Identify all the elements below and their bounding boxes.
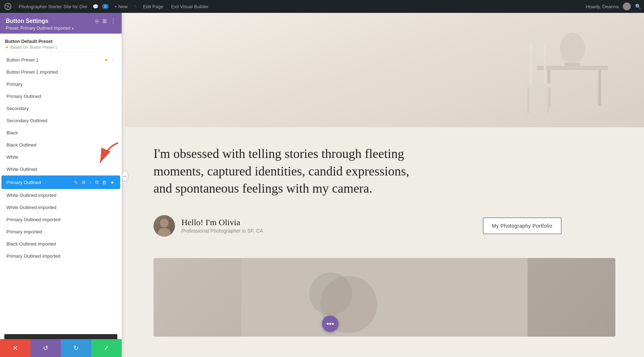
edit-page-btn[interactable]: Edit Page bbox=[141, 3, 165, 10]
svg-rect-3 bbox=[565, 63, 580, 66]
preset-item-button-preset-1-imported[interactable]: Button Preset 1 imported bbox=[1, 66, 120, 78]
preset-item-primary-outlined-imported-2[interactable]: Primary Outlined imported bbox=[1, 250, 120, 262]
bio-name: Hello! I'm Olivia bbox=[181, 218, 263, 227]
resize-circle: ↔ bbox=[122, 171, 128, 181]
preset-item-black[interactable]: Black bbox=[1, 127, 120, 139]
bottom-bar: ✕ ↺ ↻ ✓ bbox=[0, 339, 122, 357]
svg-rect-13 bbox=[547, 88, 550, 113]
preset-item-label: Secondary bbox=[6, 106, 115, 111]
settings-preset-btn[interactable]: ⚙ bbox=[81, 179, 87, 186]
panel-title-icons: ⎘ ⊞ ⋮ bbox=[96, 18, 116, 24]
undo-btn[interactable]: ↺ bbox=[30, 339, 61, 357]
fab-button[interactable]: ••• bbox=[322, 316, 338, 332]
upload-preset-btn[interactable]: ↑ bbox=[89, 179, 93, 186]
preset-item-black-outlined-imported[interactable]: Black Outlined imported bbox=[1, 238, 120, 250]
edit-preset-btn[interactable]: ✎ bbox=[73, 179, 79, 186]
preset-subtitle[interactable]: Preset: Primary Outlined imported ▾ bbox=[6, 26, 116, 31]
preset-item-black-outlined[interactable]: Black Outlined bbox=[1, 139, 120, 151]
more-btn[interactable]: ⋮ bbox=[111, 18, 116, 24]
preset-item-label: White Outlined bbox=[6, 167, 115, 172]
new-btn[interactable]: + New bbox=[112, 3, 130, 10]
duplicate-preset-btn[interactable]: ⧉ bbox=[94, 179, 99, 186]
default-preset-title: Button Default Preset bbox=[5, 39, 57, 44]
admin-bar: Photographer Starter Site for Divi 💬 0 +… bbox=[0, 0, 644, 13]
portfolio-btn[interactable]: My Photography Portfolio bbox=[483, 218, 561, 234]
preset-dropdown-arrow: ▾ bbox=[72, 26, 74, 30]
admin-bar-right: Howdy, Deanna 🔍 bbox=[586, 3, 641, 10]
star-icon: ★ bbox=[104, 57, 108, 63]
based-on-text: Based On: Button Preset 1 bbox=[10, 45, 57, 49]
button-settings-panel: Button Settings ⎘ ⊞ ⋮ Preset: Primary Ou… bbox=[0, 13, 122, 357]
preset-item-primary-outlined[interactable]: Primary Outlined bbox=[1, 90, 120, 102]
preset-item-label: Primary Outlined imported bbox=[6, 253, 115, 259]
bio-title: Professional Photographer in SF, CA bbox=[181, 228, 263, 234]
copy-btn[interactable]: ⎘ bbox=[96, 18, 99, 24]
svg-rect-11 bbox=[526, 84, 551, 88]
based-on-star: ★ bbox=[5, 45, 9, 50]
preset-item-secondary[interactable]: Secondary bbox=[1, 103, 120, 114]
more-icon[interactable]: ⋮ bbox=[111, 57, 115, 63]
svg-point-14 bbox=[160, 219, 169, 227]
save-btn[interactable]: ✓ bbox=[91, 339, 122, 357]
wordpress-logo[interactable] bbox=[3, 1, 13, 11]
close-btn[interactable]: ✕ bbox=[0, 339, 30, 357]
hero-image bbox=[125, 13, 644, 127]
preset-item-label: Black Outlined bbox=[6, 142, 115, 148]
default-preset-item[interactable]: Button Default Preset ★ Based On: Button… bbox=[4, 36, 117, 52]
preset-item-primary[interactable]: Primary bbox=[1, 78, 120, 90]
preset-item-label: Primary bbox=[6, 81, 115, 87]
svg-rect-12 bbox=[527, 88, 530, 113]
preset-item-secondary-outlined[interactable]: Secondary Outlined bbox=[1, 115, 120, 127]
main-content: I'm obsessed with telling stories throug… bbox=[125, 13, 644, 357]
user-avatar bbox=[623, 3, 631, 10]
preset-item-primary-imported[interactable]: Primary imported bbox=[1, 226, 120, 238]
howdy-text: Howdy, Deanna bbox=[586, 4, 619, 9]
preset-list: Button Preset 1 ★ ⋮ Button Preset 1 impo… bbox=[0, 52, 122, 331]
hero-chair-area bbox=[125, 13, 644, 127]
search-icon[interactable]: 🔍 bbox=[635, 4, 641, 9]
exit-builder-btn[interactable]: Exit Visual Builder bbox=[169, 3, 211, 10]
panel-title-row: Button Settings ⎘ ⊞ ⋮ bbox=[6, 18, 116, 24]
svg-rect-7 bbox=[530, 41, 532, 84]
site-name-btn[interactable]: Photographer Starter Site for Divi bbox=[16, 3, 89, 10]
preset-item-primary-outlined-imported[interactable]: Primary Outlined imported bbox=[1, 214, 120, 225]
star-preset-btn[interactable]: ★ bbox=[109, 179, 115, 186]
preset-item-label: Primary Outlined bbox=[6, 180, 73, 185]
svg-point-2 bbox=[560, 33, 585, 65]
default-preset-section: Button Default Preset ★ Based On: Button… bbox=[0, 34, 122, 52]
bio-left: Hello! I'm Olivia Professional Photograp… bbox=[153, 215, 263, 237]
preset-item-white[interactable]: White bbox=[1, 151, 120, 163]
resize-handle[interactable]: ↔ bbox=[122, 13, 128, 339]
svg-rect-6 bbox=[598, 70, 601, 106]
default-preset-sub: ★ Based On: Button Preset 1 bbox=[5, 45, 57, 50]
fab-icon: ••• bbox=[326, 320, 334, 328]
preset-item-label: Black Outlined imported bbox=[6, 241, 115, 247]
bio-info: Hello! I'm Olivia Professional Photograp… bbox=[181, 218, 263, 234]
admin-bar-left: Photographer Starter Site for Divi 💬 0 +… bbox=[3, 1, 581, 11]
preset-item-white-outlined-imported-2[interactable]: White Outlined imported bbox=[1, 202, 120, 213]
comment-icon: 💬 bbox=[93, 4, 98, 9]
preset-item-white-outlined-imported-1[interactable]: White Outlined imported bbox=[1, 189, 120, 201]
preset-item-label: Primary Outlined imported bbox=[6, 217, 115, 222]
svg-rect-9 bbox=[528, 41, 547, 44]
preset-item-label: Secondary Outlined bbox=[6, 118, 115, 123]
preset-item-label: Button Preset 1 bbox=[6, 57, 104, 63]
svg-rect-16 bbox=[241, 258, 528, 337]
preset-item-label: White Outlined imported bbox=[6, 193, 115, 198]
resize-icon: ↔ bbox=[122, 173, 127, 179]
svg-rect-8 bbox=[544, 41, 546, 84]
preset-item-primary-outlined-active[interactable]: Primary Outlined ✎ ⚙ ↑ ⧉ 🗑 ★ bbox=[1, 175, 120, 189]
redo-btn[interactable]: ↻ bbox=[61, 339, 91, 357]
preset-item-label: Black bbox=[6, 130, 115, 135]
comment-count: 0 bbox=[102, 4, 108, 9]
grid-btn[interactable]: ⊞ bbox=[102, 18, 107, 24]
preset-item-label: White bbox=[6, 154, 115, 160]
preset-item-button-preset-1[interactable]: Button Preset 1 ★ ⋮ bbox=[1, 54, 120, 66]
panel-header: Button Settings ⎘ ⊞ ⋮ Preset: Primary Ou… bbox=[0, 13, 122, 34]
preset-item-label: White Outlined imported bbox=[6, 205, 115, 210]
bio-section: Hello! I'm Olivia Professional Photograp… bbox=[125, 208, 590, 251]
bio-avatar bbox=[153, 215, 175, 237]
preset-subtitle-text: Preset: Primary Outlined imported bbox=[6, 26, 70, 31]
preset-item-white-outlined[interactable]: White Outlined bbox=[1, 163, 120, 175]
delete-preset-btn[interactable]: 🗑 bbox=[101, 179, 107, 186]
